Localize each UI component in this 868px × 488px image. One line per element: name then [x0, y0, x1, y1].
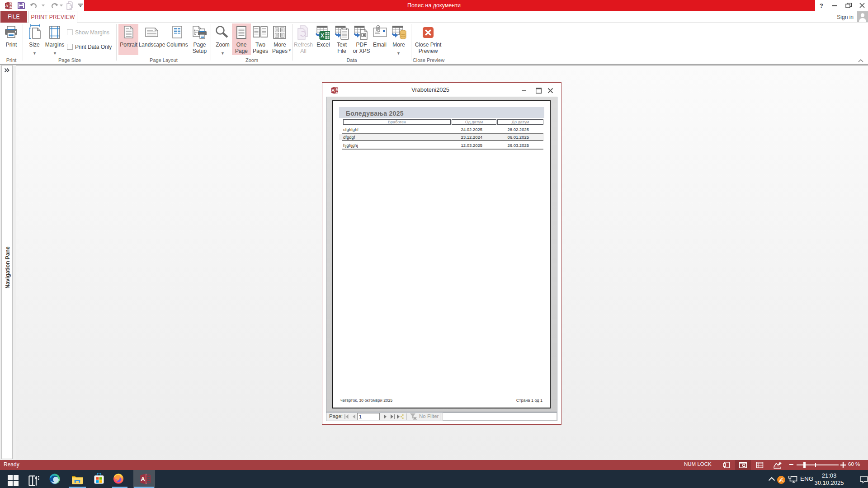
svg-text:X: X	[321, 33, 324, 39]
svg-text:?: ?	[820, 2, 823, 9]
svg-text:A: A	[141, 476, 145, 483]
svg-text:A: A	[331, 88, 335, 93]
svg-text:A: A	[5, 3, 9, 8]
